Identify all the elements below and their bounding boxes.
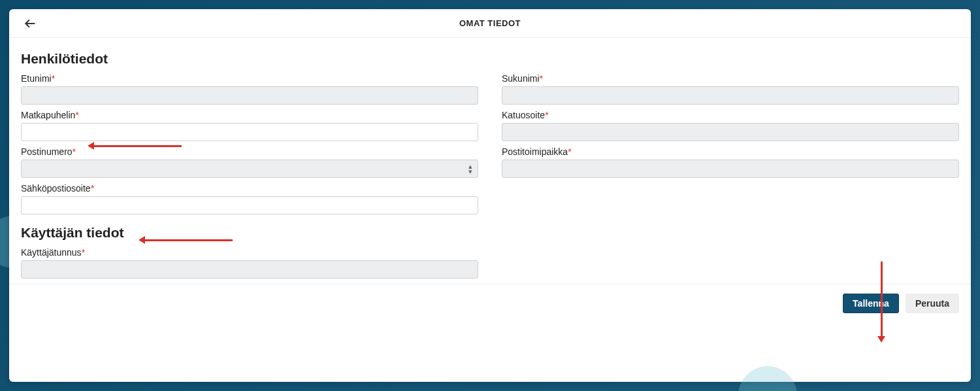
required-marker: *	[91, 183, 94, 194]
panel-header: OMAT TIEDOT	[9, 9, 971, 38]
modal-panel: OMAT TIEDOT Henkilötiedot Etunimi* Sukun…	[9, 9, 971, 382]
label-text-sahkoposti: Sähköpostiosoite	[21, 183, 91, 194]
label-sukunimi: Sukunimi*	[502, 73, 959, 84]
field-kayttajatunnus: Käyttäjätunnus*	[21, 247, 478, 279]
required-marker: *	[540, 73, 543, 84]
back-arrow-icon[interactable]	[22, 16, 38, 31]
save-button[interactable]: Tallenna	[843, 294, 899, 313]
annotation-arrow-2	[141, 239, 233, 241]
section-title-personal: Henkilötiedot	[21, 51, 959, 67]
input-etunimi	[21, 86, 478, 105]
required-marker: *	[52, 73, 55, 84]
field-postinumero: Postinumero* ▴▾	[21, 146, 478, 178]
label-text-kayttajatunnus: Käyttäjätunnus	[21, 247, 82, 258]
select-postinumero[interactable]: ▴▾	[21, 160, 478, 178]
label-kayttajatunnus: Käyttäjätunnus*	[21, 247, 478, 258]
input-matkapuhelin[interactable]	[21, 123, 478, 141]
required-marker: *	[545, 110, 548, 120]
input-katuosoite	[502, 123, 959, 141]
field-sahkoposti: Sähköpostiosoite*	[21, 183, 478, 214]
annotation-arrow-3	[881, 262, 883, 340]
page-title: OMAT TIEDOT	[9, 18, 971, 28]
required-marker: *	[75, 110, 78, 120]
field-matkapuhelin: Matkapuhelin*	[21, 110, 478, 141]
annotation-arrow-1	[90, 145, 182, 147]
label-text-etunimi: Etunimi	[21, 73, 52, 84]
required-marker: *	[568, 146, 571, 157]
label-text-postitoimipaikka: Postitoimipaikka	[502, 146, 568, 157]
label-text-sukunimi: Sukunimi	[502, 73, 540, 84]
label-matkapuhelin: Matkapuhelin*	[21, 110, 478, 120]
section-title-user: Käyttäjän tiedot	[21, 225, 959, 241]
panel-body: Henkilötiedot Etunimi* Sukunimi*	[9, 38, 971, 284]
cancel-button[interactable]: Peruuta	[906, 294, 959, 313]
field-katuosoite: Katuosoite*	[502, 110, 959, 141]
field-etunimi: Etunimi*	[21, 73, 478, 105]
stepper-icon: ▴▾	[468, 163, 472, 174]
label-postitoimipaikka: Postitoimipaikka*	[502, 146, 959, 157]
field-sukunimi: Sukunimi*	[502, 73, 959, 105]
form-grid-personal: Etunimi* Sukunimi* Matkapuhelin*	[21, 73, 959, 214]
input-kayttajatunnus	[21, 260, 478, 279]
label-text-matkapuhelin: Matkapuhelin	[21, 110, 75, 120]
background: OMAT TIEDOT Henkilötiedot Etunimi* Sukun…	[0, 0, 980, 391]
input-sukunimi	[502, 86, 959, 105]
field-postitoimipaikka: Postitoimipaikka*	[502, 146, 959, 178]
label-text-katuosoite: Katuosoite	[502, 110, 545, 120]
form-grid-user: Käyttäjätunnus*	[21, 247, 959, 279]
label-sahkoposti: Sähköpostiosoite*	[21, 183, 478, 194]
label-text-postinumero: Postinumero	[21, 146, 73, 157]
required-marker: *	[73, 146, 76, 157]
label-katuosoite: Katuosoite*	[502, 110, 959, 120]
input-sahkoposti[interactable]	[21, 196, 478, 214]
panel-footer: Tallenna Peruuta	[9, 284, 971, 322]
label-etunimi: Etunimi*	[21, 73, 478, 84]
input-postitoimipaikka	[502, 160, 959, 178]
required-marker: *	[82, 247, 85, 258]
